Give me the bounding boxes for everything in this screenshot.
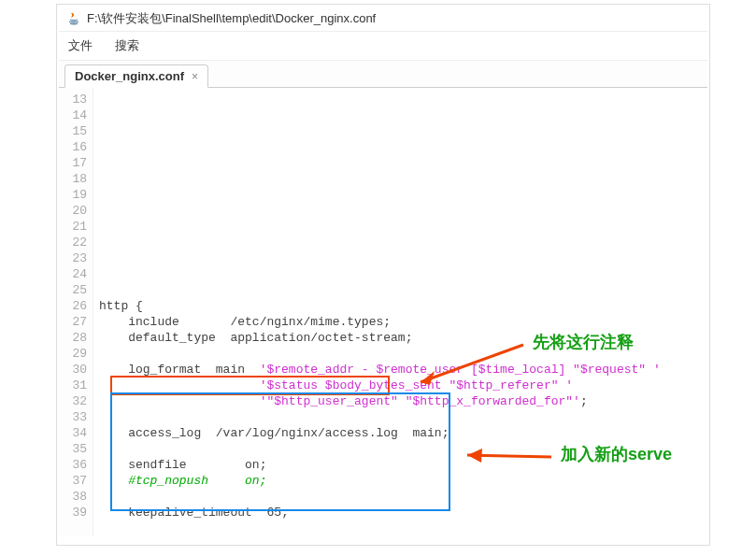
line-number: 18 [59, 171, 87, 187]
code-line: '$status $body_bytes_sent "$http_referer… [99, 378, 707, 393]
line-number: 38 [59, 489, 87, 505]
code-line: keepalive_timeout 65; [99, 505, 707, 520]
code-line: #tcp_nopush on; [99, 473, 707, 489]
code-line [99, 409, 707, 425]
code-line [99, 282, 707, 298]
line-number: 20 [59, 203, 87, 219]
line-number: 39 [59, 505, 87, 520]
code-editor[interactable]: 1314151617181920212223242526272829303132… [59, 88, 707, 536]
line-number: 23 [59, 250, 87, 266]
code-line: log_format main '$remote_addr - $remote_… [99, 362, 707, 378]
line-number: 25 [59, 282, 87, 298]
line-number: 16 [59, 139, 87, 155]
line-number: 22 [59, 235, 87, 250]
tab-strip: Docker_nginx.conf × [59, 61, 707, 88]
code-line: '"$http_user_agent" "$http_x_forwarded_f… [99, 393, 707, 409]
title-bar: F:\软件安装包\FinalShell\temp\edit\Docker_ngi… [59, 7, 707, 32]
menu-bar: 文件 搜索 [59, 32, 707, 61]
code-line: access_log /var/log/nginx/access.log mai… [99, 425, 707, 441]
line-number: 26 [59, 298, 87, 314]
line-number: 32 [59, 393, 87, 409]
tab-active[interactable]: Docker_nginx.conf × [64, 64, 208, 88]
java-icon [66, 11, 81, 26]
line-number: 14 [59, 107, 87, 123]
line-number: 36 [59, 457, 87, 473]
code-line [99, 520, 707, 536]
annotation-top: 先将这行注释 [533, 335, 634, 350]
annotation-bottom: 加入新的serve [561, 447, 672, 463]
editor-window: F:\软件安装包\FinalShell\temp\edit\Docker_ngi… [56, 4, 710, 546]
line-number: 24 [59, 266, 87, 282]
code-line: include /etc/nginx/mime.types; [99, 314, 707, 330]
line-number: 31 [59, 378, 87, 393]
line-number: 15 [59, 123, 87, 139]
line-number: 21 [59, 219, 87, 235]
line-number: 35 [59, 441, 87, 457]
line-number: 13 [59, 92, 87, 107]
code-area[interactable]: 先将这行注释 加入新的serve http { include /etc/ngi… [93, 88, 707, 536]
code-line [99, 489, 707, 505]
tab-label: Docker_nginx.conf [75, 69, 184, 83]
line-number: 37 [59, 473, 87, 489]
line-number: 29 [59, 346, 87, 362]
line-number: 34 [59, 425, 87, 441]
window-path: F:\软件安装包\FinalShell\temp\edit\Docker_ngi… [87, 10, 376, 27]
line-number: 19 [59, 187, 87, 203]
line-number: 33 [59, 409, 87, 425]
line-number: 17 [59, 155, 87, 171]
menu-file[interactable]: 文件 [68, 38, 93, 52]
menu-search[interactable]: 搜索 [115, 38, 139, 52]
code-line: http { [99, 298, 707, 314]
line-number: 30 [59, 362, 87, 378]
line-number: 27 [59, 314, 87, 330]
line-number-gutter: 1314151617181920212223242526272829303132… [59, 88, 93, 536]
close-icon[interactable]: × [192, 70, 198, 83]
line-number: 28 [59, 330, 87, 346]
